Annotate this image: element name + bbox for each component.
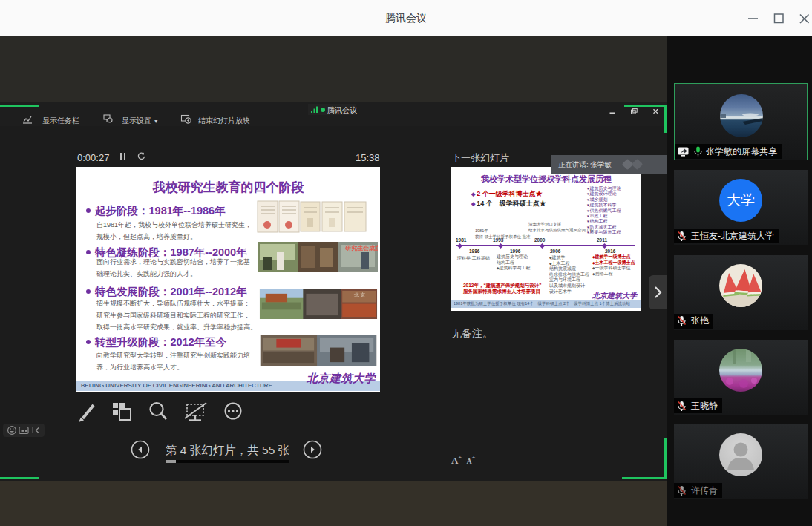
- svg-text:研究生会成立: 研究生会成立: [344, 245, 378, 252]
- svg-text:北 京: 北 京: [354, 292, 366, 298]
